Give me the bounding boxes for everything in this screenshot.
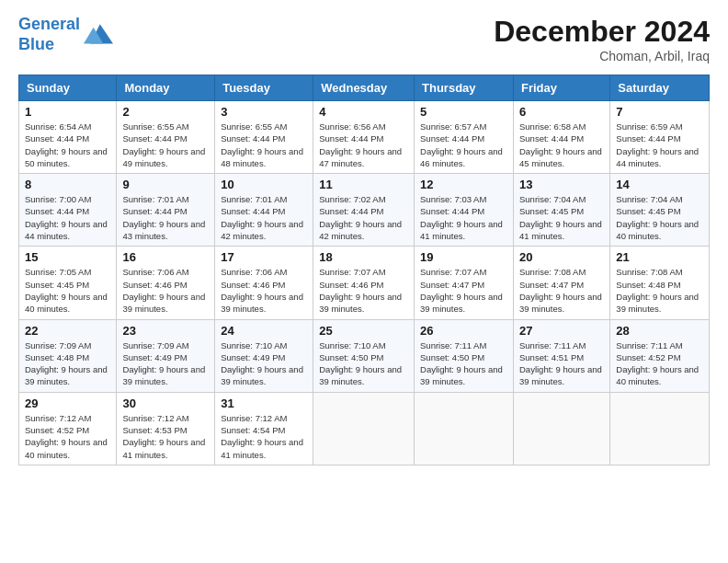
- day-number: 29: [25, 396, 110, 410]
- day-number: 30: [122, 396, 209, 410]
- table-row: 21Sunrise: 7:08 AMSunset: 4:48 PMDayligh…: [610, 247, 710, 319]
- day-number: 4: [319, 105, 408, 119]
- table-row: 3Sunrise: 6:55 AMSunset: 4:44 PMDaylight…: [215, 101, 313, 174]
- table-row: 27Sunrise: 7:11 AMSunset: 4:51 PMDayligh…: [513, 319, 609, 392]
- day-info: Sunrise: 7:11 AMSunset: 4:52 PMDaylight:…: [616, 340, 699, 387]
- day-info: Sunrise: 7:12 AMSunset: 4:54 PMDaylight:…: [221, 413, 303, 460]
- calendar-week-3: 15Sunrise: 7:05 AMSunset: 4:45 PMDayligh…: [19, 247, 710, 319]
- day-number: 12: [420, 178, 507, 191]
- day-number: 9: [122, 178, 209, 191]
- day-info: Sunrise: 7:00 AMSunset: 4:44 PMDaylight:…: [25, 194, 108, 241]
- logo-line2: Blue: [18, 35, 54, 53]
- col-wednesday: Wednesday: [313, 75, 415, 101]
- col-friday: Friday: [513, 75, 609, 101]
- day-info: Sunrise: 7:05 AMSunset: 4:45 PMDaylight:…: [25, 267, 108, 314]
- table-row: 29Sunrise: 7:12 AMSunset: 4:52 PMDayligh…: [19, 392, 117, 465]
- day-info: Sunrise: 6:57 AMSunset: 4:44 PMDaylight:…: [420, 121, 503, 168]
- table-row: 18Sunrise: 7:07 AMSunset: 4:46 PMDayligh…: [313, 247, 415, 319]
- day-number: 16: [122, 250, 209, 264]
- table-row: 25Sunrise: 7:10 AMSunset: 4:50 PMDayligh…: [313, 319, 415, 392]
- table-row: 20Sunrise: 7:08 AMSunset: 4:47 PMDayligh…: [513, 247, 609, 319]
- day-number: 26: [420, 324, 507, 338]
- day-number: 7: [616, 105, 703, 119]
- calendar-week-5: 29Sunrise: 7:12 AMSunset: 4:52 PMDayligh…: [19, 392, 710, 465]
- calendar-table: Sunday Monday Tuesday Wednesday Thursday…: [18, 75, 710, 465]
- table-row: 2Sunrise: 6:55 AMSunset: 4:44 PMDaylight…: [117, 101, 215, 174]
- table-row: 22Sunrise: 7:09 AMSunset: 4:48 PMDayligh…: [19, 319, 117, 392]
- day-number: 11: [319, 178, 408, 191]
- table-row: 28Sunrise: 7:11 AMSunset: 4:52 PMDayligh…: [610, 319, 710, 392]
- day-info: Sunrise: 7:03 AMSunset: 4:44 PMDaylight:…: [420, 194, 503, 241]
- day-info: Sunrise: 7:08 AMSunset: 4:48 PMDaylight:…: [616, 267, 699, 314]
- table-row: 30Sunrise: 7:12 AMSunset: 4:53 PMDayligh…: [117, 392, 215, 465]
- day-number: 23: [122, 324, 209, 338]
- day-info: Sunrise: 7:06 AMSunset: 4:46 PMDaylight:…: [122, 267, 205, 314]
- logo-text: General Blue: [18, 15, 80, 54]
- day-info: Sunrise: 7:12 AMSunset: 4:52 PMDaylight:…: [25, 413, 108, 460]
- calendar-week-1: 1Sunrise: 6:54 AMSunset: 4:44 PMDaylight…: [19, 101, 710, 174]
- col-thursday: Thursday: [415, 75, 514, 101]
- day-info: Sunrise: 7:11 AMSunset: 4:50 PMDaylight:…: [420, 340, 503, 387]
- day-number: 10: [221, 178, 307, 191]
- day-info: Sunrise: 7:08 AMSunset: 4:47 PMDaylight:…: [519, 267, 602, 314]
- day-info: Sunrise: 6:55 AMSunset: 4:44 PMDaylight:…: [122, 121, 205, 168]
- table-row: 4Sunrise: 6:56 AMSunset: 4:44 PMDaylight…: [313, 101, 415, 174]
- day-info: Sunrise: 6:54 AMSunset: 4:44 PMDaylight:…: [25, 121, 108, 168]
- col-tuesday: Tuesday: [215, 75, 313, 101]
- day-number: 14: [616, 178, 703, 191]
- table-row: 26Sunrise: 7:11 AMSunset: 4:50 PMDayligh…: [415, 319, 514, 392]
- table-row: 8Sunrise: 7:00 AMSunset: 4:44 PMDaylight…: [19, 174, 117, 247]
- calendar-week-2: 8Sunrise: 7:00 AMSunset: 4:44 PMDaylight…: [19, 174, 710, 247]
- day-info: Sunrise: 6:56 AMSunset: 4:44 PMDaylight:…: [319, 121, 402, 168]
- table-row: 9Sunrise: 7:01 AMSunset: 4:44 PMDaylight…: [117, 174, 215, 247]
- table-row: 7Sunrise: 6:59 AMSunset: 4:44 PMDaylight…: [610, 101, 710, 174]
- month-title: December 2024: [494, 15, 710, 49]
- day-number: 25: [319, 324, 408, 338]
- table-row: 6Sunrise: 6:58 AMSunset: 4:44 PMDaylight…: [513, 101, 609, 174]
- day-number: 31: [221, 396, 307, 410]
- header: General Blue December 2024 Choman, Arbil…: [18, 15, 710, 63]
- table-row: [610, 392, 710, 465]
- day-info: Sunrise: 6:55 AMSunset: 4:44 PMDaylight:…: [221, 121, 303, 168]
- table-row: 23Sunrise: 7:09 AMSunset: 4:49 PMDayligh…: [117, 319, 215, 392]
- table-row: [313, 392, 415, 465]
- table-row: 31Sunrise: 7:12 AMSunset: 4:54 PMDayligh…: [215, 392, 313, 465]
- day-info: Sunrise: 6:58 AMSunset: 4:44 PMDaylight:…: [519, 121, 602, 168]
- table-row: 13Sunrise: 7:04 AMSunset: 4:45 PMDayligh…: [513, 174, 609, 247]
- col-saturday: Saturday: [610, 75, 710, 101]
- header-row: Sunday Monday Tuesday Wednesday Thursday…: [19, 75, 710, 101]
- day-info: Sunrise: 7:09 AMSunset: 4:49 PMDaylight:…: [122, 340, 205, 387]
- day-number: 2: [122, 105, 209, 119]
- day-info: Sunrise: 7:12 AMSunset: 4:53 PMDaylight:…: [122, 413, 205, 460]
- day-info: Sunrise: 7:07 AMSunset: 4:47 PMDaylight:…: [420, 267, 503, 314]
- table-row: [415, 392, 514, 465]
- day-number: 27: [519, 324, 604, 338]
- table-row: 24Sunrise: 7:10 AMSunset: 4:49 PMDayligh…: [215, 319, 313, 392]
- day-number: 28: [616, 324, 703, 338]
- day-info: Sunrise: 7:11 AMSunset: 4:51 PMDaylight:…: [519, 340, 602, 387]
- day-info: Sunrise: 7:04 AMSunset: 4:45 PMDaylight:…: [519, 194, 602, 241]
- day-number: 5: [420, 105, 507, 119]
- day-info: Sunrise: 7:10 AMSunset: 4:50 PMDaylight:…: [319, 340, 402, 387]
- table-row: 15Sunrise: 7:05 AMSunset: 4:45 PMDayligh…: [19, 247, 117, 319]
- day-info: Sunrise: 7:04 AMSunset: 4:45 PMDaylight:…: [616, 194, 699, 241]
- table-row: [513, 392, 609, 465]
- day-info: Sunrise: 7:01 AMSunset: 4:44 PMDaylight:…: [221, 194, 303, 241]
- table-row: 11Sunrise: 7:02 AMSunset: 4:44 PMDayligh…: [313, 174, 415, 247]
- day-number: 3: [221, 105, 307, 119]
- calendar-week-4: 22Sunrise: 7:09 AMSunset: 4:48 PMDayligh…: [19, 319, 710, 392]
- day-info: Sunrise: 7:06 AMSunset: 4:46 PMDaylight:…: [221, 267, 303, 314]
- logo-icon: [84, 20, 113, 46]
- table-row: 12Sunrise: 7:03 AMSunset: 4:44 PMDayligh…: [415, 174, 514, 247]
- day-info: Sunrise: 6:59 AMSunset: 4:44 PMDaylight:…: [616, 121, 699, 168]
- logo-line1: General: [18, 15, 80, 33]
- day-info: Sunrise: 7:01 AMSunset: 4:44 PMDaylight:…: [122, 194, 205, 241]
- day-number: 20: [519, 250, 604, 264]
- location-title: Choman, Arbil, Iraq: [494, 49, 710, 63]
- title-block: December 2024 Choman, Arbil, Iraq: [494, 15, 710, 63]
- day-info: Sunrise: 7:07 AMSunset: 4:46 PMDaylight:…: [319, 267, 402, 314]
- day-number: 1: [25, 105, 110, 119]
- day-number: 13: [519, 178, 604, 191]
- day-number: 21: [616, 250, 703, 264]
- day-number: 24: [221, 324, 307, 338]
